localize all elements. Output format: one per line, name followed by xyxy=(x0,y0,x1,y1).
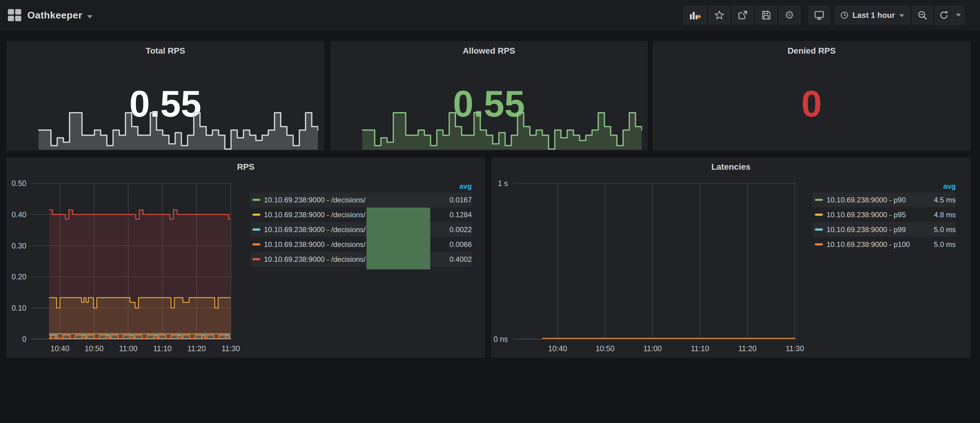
add-panel-button[interactable] xyxy=(684,6,706,25)
legend-row[interactable]: 10.10.69.238:9000 - p904.5 ms xyxy=(813,192,956,207)
star-icon xyxy=(714,10,724,20)
legend-avg-value: 5.0 ms xyxy=(934,225,956,234)
clock-icon xyxy=(840,11,849,19)
refresh-button-group xyxy=(935,5,964,25)
legend-series-label: 10.10.69.238:9000 - p99 xyxy=(826,225,930,234)
legend-row[interactable]: 10.10.69.238:9000 - p954.8 ms xyxy=(813,207,956,222)
monitor-icon xyxy=(814,10,825,21)
series-color-swatch xyxy=(253,228,260,231)
zoom-out-button[interactable] xyxy=(912,6,933,25)
legend-avg-value: 0.0167 xyxy=(450,196,472,204)
series-color-swatch xyxy=(815,199,823,201)
star-button[interactable] xyxy=(709,6,730,25)
settings-button[interactable]: ⚙ xyxy=(779,6,800,25)
time-picker[interactable]: Last 1 hour xyxy=(835,6,910,25)
dashboard-picker[interactable]: Oathkeeper xyxy=(8,9,92,21)
legend-avg-value: 0.4002 xyxy=(450,255,472,264)
share-icon xyxy=(738,10,748,20)
legend-row[interactable]: 10.10.69.238:9000 - /decisions/0.4002 xyxy=(250,252,472,267)
add-panel-icon xyxy=(689,10,701,20)
legend-avg-header[interactable]: avg xyxy=(250,180,472,192)
legend-row[interactable]: 10.10.69.238:9000 - /decisions/0.0066 xyxy=(250,237,472,252)
refresh-interval-dropdown[interactable] xyxy=(953,6,964,25)
panel-title[interactable]: Total RPS xyxy=(6,46,325,56)
legend-avg-value: 4.8 ms xyxy=(934,211,956,219)
svg-text:0.10: 0.10 xyxy=(11,304,26,312)
series-color-swatch xyxy=(253,199,260,201)
legend-avg-value: 0.1284 xyxy=(450,211,472,219)
svg-text:1 s: 1 s xyxy=(498,179,508,188)
latencies-legend: avg10.10.69.238:9000 - p904.5 ms10.10.69… xyxy=(813,180,956,252)
total-rps-sparkline xyxy=(38,112,318,150)
svg-text:11:10: 11:10 xyxy=(153,344,172,353)
svg-text:10:50: 10:50 xyxy=(596,344,615,353)
refresh-icon xyxy=(939,10,949,20)
series-color-swatch xyxy=(253,258,260,260)
legend-series-label: 10.10.69.238:9000 - p100 xyxy=(826,240,930,249)
svg-text:0.30: 0.30 xyxy=(11,241,26,250)
series-color-swatch xyxy=(815,228,823,231)
series-color-swatch xyxy=(815,243,823,246)
series-color-swatch xyxy=(253,243,260,246)
rps-legend: avg10.10.69.238:9000 - /decisions/0.0167… xyxy=(250,180,472,267)
gear-icon: ⚙ xyxy=(784,10,794,21)
panel-total-rps: Total RPS 0.55 xyxy=(6,41,325,151)
legend-series-label: 10.10.69.238:9000 - /decisions/ xyxy=(264,196,446,204)
legend-series-label: 10.10.69.238:9000 - p95 xyxy=(826,211,930,219)
toolbar: ⚙ Last 1 hour xyxy=(681,5,964,25)
zoom-out-icon xyxy=(917,10,928,20)
legend-row[interactable]: 10.10.69.238:9000 - /decisions/0.1284 xyxy=(250,207,472,222)
legend-row[interactable]: 10.10.69.238:9000 - /decisions/0.0022 xyxy=(250,222,472,237)
legend-avg-value: 0.0066 xyxy=(450,240,472,249)
svg-text:11:00: 11:00 xyxy=(643,344,662,353)
cycle-view-button[interactable] xyxy=(808,6,830,25)
legend-row[interactable]: 10.10.69.238:9000 - p995.0 ms xyxy=(813,222,956,237)
chevron-down-icon xyxy=(87,15,92,19)
svg-text:11:20: 11:20 xyxy=(738,344,757,353)
save-button[interactable] xyxy=(756,6,777,25)
svg-text:0.50: 0.50 xyxy=(11,179,26,188)
time-range-label: Last 1 hour xyxy=(852,11,895,20)
svg-text:0.20: 0.20 xyxy=(11,272,26,281)
svg-text:0: 0 xyxy=(22,335,26,343)
stat-value-denied-rps: 0 xyxy=(652,86,970,122)
save-icon xyxy=(761,10,771,20)
svg-text:11:10: 11:10 xyxy=(691,344,710,353)
svg-text:10:50: 10:50 xyxy=(85,344,104,353)
panel-rps: RPS 00.100.200.300.400.5010:4010:5011:00… xyxy=(6,157,485,358)
legend-series-label: 10.10.69.238:9000 - p90 xyxy=(826,196,930,204)
navbar: Oathkeeper xyxy=(0,0,980,30)
panel-allowed-rps: Allowed RPS 0.55 xyxy=(330,41,648,151)
svg-text:10:40: 10:40 xyxy=(548,344,567,353)
dashboards-grid-icon xyxy=(8,9,21,21)
svg-text:10:40: 10:40 xyxy=(50,344,70,353)
svg-text:0.40: 0.40 xyxy=(11,210,26,219)
series-color-swatch xyxy=(253,214,260,216)
panel-title[interactable]: Denied RPS xyxy=(652,46,970,56)
dashboard-title: Oathkeeper xyxy=(27,10,82,21)
svg-text:0 ns: 0 ns xyxy=(494,335,508,343)
panel-latencies: Latencies 0 ns1 s10:4010:5011:0011:1011:… xyxy=(491,157,970,358)
share-button[interactable] xyxy=(732,6,753,25)
panel-denied-rps: Denied RPS 0 xyxy=(652,41,970,151)
svg-text:11:00: 11:00 xyxy=(119,344,137,353)
panel-title[interactable]: Allowed RPS xyxy=(330,46,648,56)
legend-avg-value: 4.5 ms xyxy=(934,196,956,204)
legend-row[interactable]: 10.10.69.238:9000 - p1005.0 ms xyxy=(813,237,956,252)
legend-avg-value: 0.0022 xyxy=(450,225,472,234)
legend-avg-header[interactable]: avg xyxy=(813,180,956,192)
green-overlay-box xyxy=(366,208,430,269)
chevron-down-icon xyxy=(899,14,904,17)
allowed-rps-sparkline xyxy=(362,112,642,150)
refresh-button[interactable] xyxy=(935,6,953,25)
chevron-down-icon xyxy=(956,14,961,17)
svg-text:11:30: 11:30 xyxy=(221,344,240,353)
legend-row[interactable]: 10.10.69.238:9000 - /decisions/0.0167 xyxy=(250,192,472,207)
legend-avg-value: 5.0 ms xyxy=(934,240,956,249)
svg-text:11:20: 11:20 xyxy=(188,344,206,353)
svg-text:11:30: 11:30 xyxy=(786,344,804,353)
series-color-swatch xyxy=(815,214,823,216)
